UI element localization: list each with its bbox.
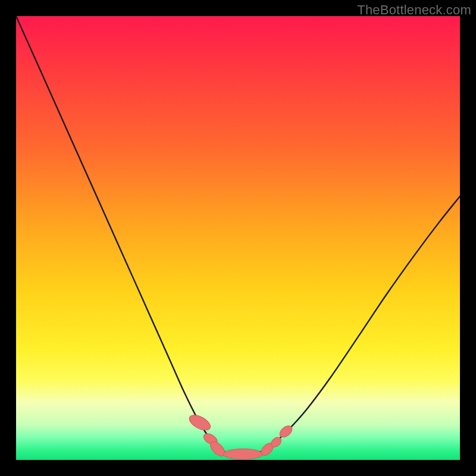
curve-left-curve	[16, 16, 219, 449]
chart-markers-group	[187, 412, 294, 460]
chart-curves-group	[16, 16, 460, 455]
chart-plot-area	[16, 16, 460, 460]
chart-frame: TheBottleneck.com	[0, 0, 476, 476]
chart-svg	[16, 16, 460, 460]
marker-lozenge	[187, 412, 212, 433]
marker-lozenge	[223, 449, 262, 459]
curve-right-curve	[268, 196, 460, 449]
watermark-label: TheBottleneck.com	[357, 2, 471, 18]
